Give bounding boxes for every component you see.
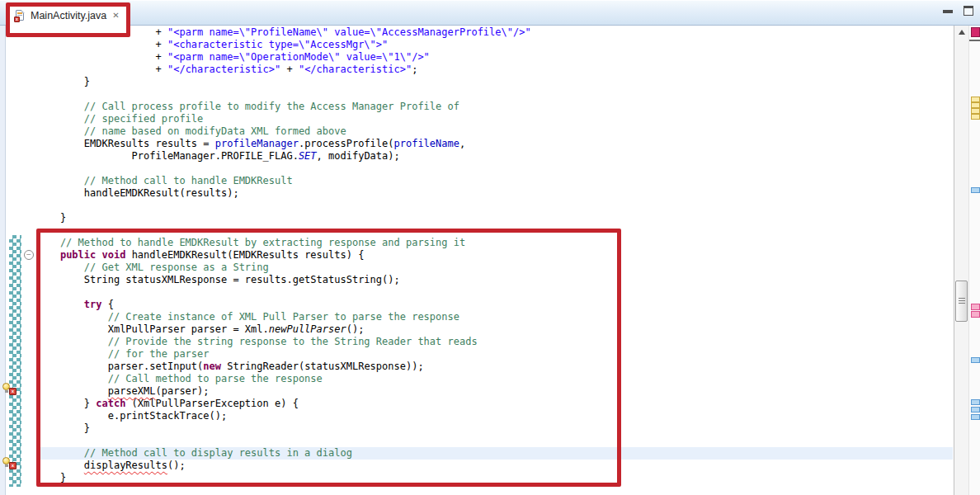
- info-marker[interactable]: [971, 407, 980, 412]
- code-line: + "<characteristic type=\"AccessMgr\">": [36, 39, 953, 51]
- code-line: // Call process profile to modify the Ac…: [36, 101, 953, 113]
- minimize-icon[interactable]: [943, 10, 953, 13]
- code-line: }: [36, 472, 953, 484]
- ruler-separator: [969, 40, 980, 41]
- code-line: // Method to handle EMDKResult by extrac…: [36, 237, 953, 249]
- code-line: [36, 88, 953, 101]
- code-line: // Get XML response as a String: [36, 262, 953, 274]
- error-marker[interactable]: [971, 304, 980, 310]
- code-line: [36, 224, 953, 237]
- code-line: }: [36, 212, 953, 224]
- occurrence-marker[interactable]: [971, 102, 980, 108]
- info-marker[interactable]: [971, 399, 980, 405]
- maximize-icon[interactable]: [964, 6, 973, 16]
- info-marker[interactable]: [971, 357, 980, 363]
- code-line: + "<parm name=\"ProfileName\" value=\"Ac…: [36, 26, 953, 39]
- code-line: // Provide the string response to the St…: [36, 336, 953, 348]
- occurrence-marker[interactable]: [971, 97, 980, 102]
- quickdiff-change-bar: [9, 235, 21, 487]
- overview-ruler[interactable]: [968, 26, 980, 495]
- code-line: XmlPullParser parser = Xml.newPullParser…: [36, 323, 953, 336]
- collapse-icon[interactable]: −: [24, 250, 34, 260]
- occurrence-marker[interactable]: [971, 114, 980, 120]
- tab-mainactivity[interactable]: x MainActivity.java ✕: [8, 4, 128, 26]
- info-marker[interactable]: [971, 414, 980, 420]
- code-area[interactable]: + "<parm name=\"ProfileName\" value=\"Ac…: [36, 26, 953, 484]
- code-line: // name based on modifyData XML formed a…: [36, 125, 953, 138]
- code-line: [36, 200, 953, 212]
- code-line: } catch (XmlPullParserException e) {: [36, 398, 953, 410]
- close-icon[interactable]: ✕: [112, 12, 119, 20]
- code-line: // Create instance of XML Pull Parser to…: [36, 311, 953, 323]
- code-line: [36, 435, 953, 447]
- code-line: [36, 163, 953, 175]
- code-line: ProfileManager.PROFILE_FLAG.SET, modifyD…: [36, 150, 953, 163]
- code-line: try {: [36, 299, 953, 311]
- code-line: [36, 286, 953, 299]
- code-line: e.printStackTrace();: [36, 410, 953, 422]
- file-error-indicator[interactable]: [971, 27, 980, 37]
- scroll-up-icon[interactable]: [959, 30, 965, 35]
- quickfix-error-icon[interactable]: x: [2, 457, 16, 469]
- error-marker[interactable]: [971, 311, 980, 318]
- occurrence-marker[interactable]: [971, 108, 980, 114]
- code-line: // Method call to handle EMDKResult: [36, 175, 953, 187]
- info-marker[interactable]: [971, 187, 980, 193]
- left-edge-strip: [0, 26, 6, 495]
- java-file-icon: x: [15, 10, 25, 21]
- vertical-scrollbar[interactable]: [954, 26, 968, 495]
- code-line: // specified profile: [36, 113, 953, 125]
- code-line: EMDKResults results = profileManager.pro…: [36, 138, 953, 150]
- code-line: handleEMDKResult(results);: [36, 187, 953, 200]
- code-line: }: [36, 422, 953, 435]
- code-line: public void handleEMDKResult(EMDKResults…: [36, 249, 953, 262]
- code-line: parseXML(parser);: [36, 385, 953, 398]
- code-line: + "<parm name=\"OperationMode\" value=\"…: [36, 51, 953, 64]
- code-line: + "</characteristic>" + "</characteristi…: [36, 64, 953, 76]
- code-line: parser.setInput(new StringReader(statusX…: [36, 361, 953, 373]
- code-line: displayResults();: [36, 460, 953, 472]
- code-line: // Method call to display results in a d…: [36, 447, 953, 460]
- tab-bar: x MainActivity.java ✕: [0, 0, 980, 26]
- code-line: }: [36, 76, 953, 88]
- code-line: // Call method to parse the response: [36, 373, 953, 385]
- code-line: String statusXMLResponse = results.getSt…: [36, 274, 953, 286]
- error-badge-icon: x: [14, 16, 20, 22]
- scrollbar-thumb[interactable]: [955, 280, 968, 322]
- quickfix-error-icon[interactable]: x: [2, 383, 16, 395]
- code-line: // for the parser: [36, 348, 953, 361]
- tab-title: MainActivity.java: [31, 10, 106, 21]
